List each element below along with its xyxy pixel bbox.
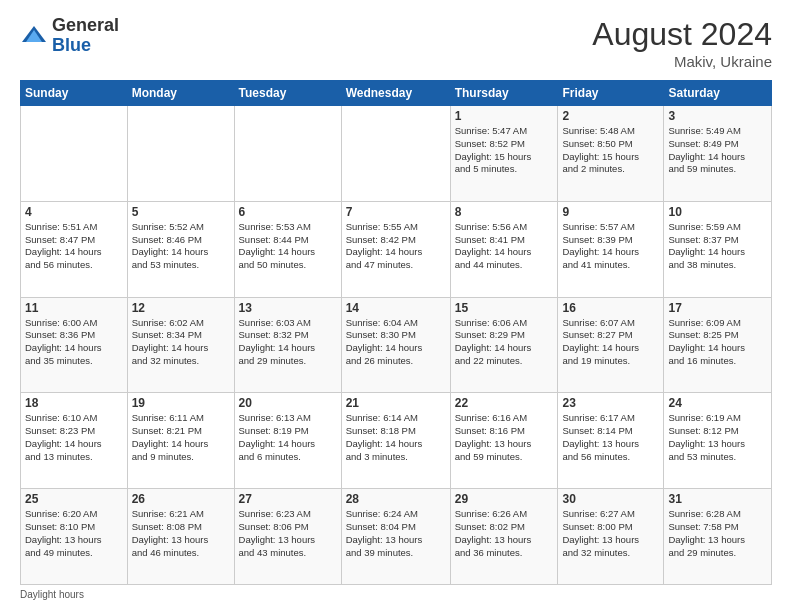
day-cell-9: 9Sunrise: 5:57 AM Sunset: 8:39 PM Daylig…: [558, 201, 664, 297]
day-detail: Sunrise: 6:11 AM Sunset: 8:21 PM Dayligh…: [132, 412, 230, 463]
day-number: 21: [346, 396, 446, 410]
day-detail: Sunrise: 6:02 AM Sunset: 8:34 PM Dayligh…: [132, 317, 230, 368]
day-number: 4: [25, 205, 123, 219]
week-row-4: 18Sunrise: 6:10 AM Sunset: 8:23 PM Dayli…: [21, 393, 772, 489]
day-detail: Sunrise: 6:24 AM Sunset: 8:04 PM Dayligh…: [346, 508, 446, 559]
day-cell-26: 26Sunrise: 6:21 AM Sunset: 8:08 PM Dayli…: [127, 489, 234, 585]
weekday-header-sunday: Sunday: [21, 81, 128, 106]
day-detail: Sunrise: 5:59 AM Sunset: 8:37 PM Dayligh…: [668, 221, 767, 272]
day-cell-25: 25Sunrise: 6:20 AM Sunset: 8:10 PM Dayli…: [21, 489, 128, 585]
day-detail: Sunrise: 6:00 AM Sunset: 8:36 PM Dayligh…: [25, 317, 123, 368]
day-cell-8: 8Sunrise: 5:56 AM Sunset: 8:41 PM Daylig…: [450, 201, 558, 297]
day-detail: Sunrise: 5:48 AM Sunset: 8:50 PM Dayligh…: [562, 125, 659, 176]
month-year: August 2024: [592, 16, 772, 53]
day-cell-3: 3Sunrise: 5:49 AM Sunset: 8:49 PM Daylig…: [664, 106, 772, 202]
day-number: 24: [668, 396, 767, 410]
location: Makiv, Ukraine: [592, 53, 772, 70]
day-number: 8: [455, 205, 554, 219]
weekday-header-row: SundayMondayTuesdayWednesdayThursdayFrid…: [21, 81, 772, 106]
empty-cell: [127, 106, 234, 202]
day-cell-14: 14Sunrise: 6:04 AM Sunset: 8:30 PM Dayli…: [341, 297, 450, 393]
day-detail: Sunrise: 6:17 AM Sunset: 8:14 PM Dayligh…: [562, 412, 659, 463]
day-number: 20: [239, 396, 337, 410]
day-detail: Sunrise: 6:21 AM Sunset: 8:08 PM Dayligh…: [132, 508, 230, 559]
day-number: 28: [346, 492, 446, 506]
calendar-table: SundayMondayTuesdayWednesdayThursdayFrid…: [20, 80, 772, 585]
page: General Blue August 2024 Makiv, Ukraine …: [0, 0, 792, 612]
day-detail: Sunrise: 6:07 AM Sunset: 8:27 PM Dayligh…: [562, 317, 659, 368]
weekday-header-thursday: Thursday: [450, 81, 558, 106]
day-number: 17: [668, 301, 767, 315]
logo-icon: [20, 22, 48, 50]
header: General Blue August 2024 Makiv, Ukraine: [20, 16, 772, 70]
footer-note: Daylight hours: [20, 589, 772, 600]
day-number: 30: [562, 492, 659, 506]
logo-general-text: General: [52, 15, 119, 35]
day-cell-17: 17Sunrise: 6:09 AM Sunset: 8:25 PM Dayli…: [664, 297, 772, 393]
day-number: 5: [132, 205, 230, 219]
day-number: 6: [239, 205, 337, 219]
day-number: 31: [668, 492, 767, 506]
day-cell-21: 21Sunrise: 6:14 AM Sunset: 8:18 PM Dayli…: [341, 393, 450, 489]
day-cell-11: 11Sunrise: 6:00 AM Sunset: 8:36 PM Dayli…: [21, 297, 128, 393]
day-number: 7: [346, 205, 446, 219]
logo-blue-text: Blue: [52, 35, 91, 55]
week-row-3: 11Sunrise: 6:00 AM Sunset: 8:36 PM Dayli…: [21, 297, 772, 393]
day-number: 27: [239, 492, 337, 506]
day-detail: Sunrise: 5:49 AM Sunset: 8:49 PM Dayligh…: [668, 125, 767, 176]
day-cell-31: 31Sunrise: 6:28 AM Sunset: 7:58 PM Dayli…: [664, 489, 772, 585]
day-number: 18: [25, 396, 123, 410]
day-cell-4: 4Sunrise: 5:51 AM Sunset: 8:47 PM Daylig…: [21, 201, 128, 297]
day-number: 26: [132, 492, 230, 506]
day-detail: Sunrise: 6:19 AM Sunset: 8:12 PM Dayligh…: [668, 412, 767, 463]
day-detail: Sunrise: 6:16 AM Sunset: 8:16 PM Dayligh…: [455, 412, 554, 463]
week-row-5: 25Sunrise: 6:20 AM Sunset: 8:10 PM Dayli…: [21, 489, 772, 585]
day-detail: Sunrise: 6:10 AM Sunset: 8:23 PM Dayligh…: [25, 412, 123, 463]
day-number: 19: [132, 396, 230, 410]
day-cell-24: 24Sunrise: 6:19 AM Sunset: 8:12 PM Dayli…: [664, 393, 772, 489]
empty-cell: [341, 106, 450, 202]
day-detail: Sunrise: 5:52 AM Sunset: 8:46 PM Dayligh…: [132, 221, 230, 272]
day-cell-30: 30Sunrise: 6:27 AM Sunset: 8:00 PM Dayli…: [558, 489, 664, 585]
empty-cell: [234, 106, 341, 202]
day-detail: Sunrise: 6:13 AM Sunset: 8:19 PM Dayligh…: [239, 412, 337, 463]
day-detail: Sunrise: 5:55 AM Sunset: 8:42 PM Dayligh…: [346, 221, 446, 272]
day-cell-13: 13Sunrise: 6:03 AM Sunset: 8:32 PM Dayli…: [234, 297, 341, 393]
day-cell-23: 23Sunrise: 6:17 AM Sunset: 8:14 PM Dayli…: [558, 393, 664, 489]
day-detail: Sunrise: 6:20 AM Sunset: 8:10 PM Dayligh…: [25, 508, 123, 559]
day-cell-5: 5Sunrise: 5:52 AM Sunset: 8:46 PM Daylig…: [127, 201, 234, 297]
weekday-header-tuesday: Tuesday: [234, 81, 341, 106]
day-detail: Sunrise: 6:09 AM Sunset: 8:25 PM Dayligh…: [668, 317, 767, 368]
day-detail: Sunrise: 6:28 AM Sunset: 7:58 PM Dayligh…: [668, 508, 767, 559]
empty-cell: [21, 106, 128, 202]
day-detail: Sunrise: 5:51 AM Sunset: 8:47 PM Dayligh…: [25, 221, 123, 272]
week-row-1: 1Sunrise: 5:47 AM Sunset: 8:52 PM Daylig…: [21, 106, 772, 202]
day-number: 1: [455, 109, 554, 123]
day-detail: Sunrise: 5:57 AM Sunset: 8:39 PM Dayligh…: [562, 221, 659, 272]
day-cell-12: 12Sunrise: 6:02 AM Sunset: 8:34 PM Dayli…: [127, 297, 234, 393]
day-number: 3: [668, 109, 767, 123]
day-cell-10: 10Sunrise: 5:59 AM Sunset: 8:37 PM Dayli…: [664, 201, 772, 297]
day-cell-20: 20Sunrise: 6:13 AM Sunset: 8:19 PM Dayli…: [234, 393, 341, 489]
week-row-2: 4Sunrise: 5:51 AM Sunset: 8:47 PM Daylig…: [21, 201, 772, 297]
day-number: 16: [562, 301, 659, 315]
day-number: 15: [455, 301, 554, 315]
day-cell-28: 28Sunrise: 6:24 AM Sunset: 8:04 PM Dayli…: [341, 489, 450, 585]
day-detail: Sunrise: 6:06 AM Sunset: 8:29 PM Dayligh…: [455, 317, 554, 368]
day-number: 10: [668, 205, 767, 219]
weekday-header-saturday: Saturday: [664, 81, 772, 106]
day-cell-29: 29Sunrise: 6:26 AM Sunset: 8:02 PM Dayli…: [450, 489, 558, 585]
day-cell-19: 19Sunrise: 6:11 AM Sunset: 8:21 PM Dayli…: [127, 393, 234, 489]
day-number: 29: [455, 492, 554, 506]
logo: General Blue: [20, 16, 119, 56]
day-detail: Sunrise: 5:56 AM Sunset: 8:41 PM Dayligh…: [455, 221, 554, 272]
day-number: 23: [562, 396, 659, 410]
day-number: 14: [346, 301, 446, 315]
day-number: 11: [25, 301, 123, 315]
weekday-header-friday: Friday: [558, 81, 664, 106]
day-number: 25: [25, 492, 123, 506]
day-number: 2: [562, 109, 659, 123]
day-cell-1: 1Sunrise: 5:47 AM Sunset: 8:52 PM Daylig…: [450, 106, 558, 202]
day-cell-27: 27Sunrise: 6:23 AM Sunset: 8:06 PM Dayli…: [234, 489, 341, 585]
day-cell-2: 2Sunrise: 5:48 AM Sunset: 8:50 PM Daylig…: [558, 106, 664, 202]
